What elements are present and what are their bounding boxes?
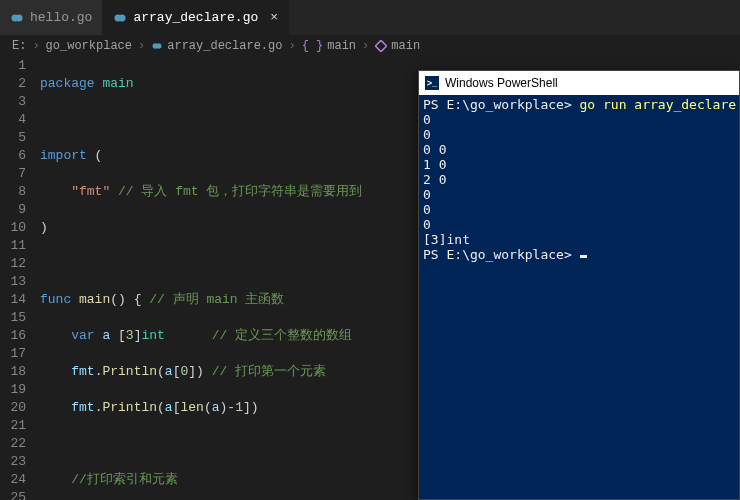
chevron-right-icon: ›	[30, 39, 41, 53]
ps-output: 0 0 0 0 1 0 2 0 0 0 0 [3]int	[423, 112, 470, 247]
braces-icon: { }	[302, 39, 324, 53]
go-file-icon	[113, 11, 127, 25]
breadcrumb-scope[interactable]: main	[327, 39, 356, 53]
tab-hello[interactable]: hello.go	[0, 0, 103, 35]
svg-point-5	[156, 43, 161, 48]
breadcrumb-folder[interactable]: go_workplace	[46, 39, 132, 53]
breadcrumb-drive[interactable]: E:	[12, 39, 26, 53]
go-file-icon	[151, 40, 163, 52]
function-icon	[375, 40, 387, 52]
breadcrumb: E: › go_workplace › array_declare.go › {…	[0, 35, 740, 57]
powershell-titlebar[interactable]: >_ Windows PowerShell	[419, 71, 739, 95]
chevron-right-icon: ›	[286, 39, 297, 53]
line-gutter: 1 2 3 4 5 6 7 8 9 10 11 12 13 14 15 16 1…	[0, 57, 40, 500]
breadcrumb-symbol[interactable]: main	[391, 39, 420, 53]
go-file-icon	[10, 11, 24, 25]
powershell-title: Windows PowerShell	[445, 76, 558, 90]
powershell-window[interactable]: >_ Windows PowerShell PS E:\go_workplace…	[418, 70, 740, 500]
chevron-right-icon: ›	[360, 39, 371, 53]
svg-rect-6	[376, 40, 387, 51]
svg-point-3	[119, 14, 126, 21]
tab-label: array_declare.go	[133, 10, 258, 25]
svg-point-1	[16, 14, 23, 21]
ps-command: go run array_declare.go	[572, 97, 739, 112]
close-icon[interactable]: ×	[270, 10, 278, 25]
chevron-right-icon: ›	[136, 39, 147, 53]
powershell-icon: >_	[425, 76, 439, 90]
breadcrumb-file[interactable]: array_declare.go	[167, 39, 282, 53]
powershell-body[interactable]: PS E:\go_workplace> go run array_declare…	[419, 95, 739, 499]
ps-prompt: PS E:\go_workplace>	[423, 247, 580, 262]
tab-array-declare[interactable]: array_declare.go ×	[103, 0, 289, 35]
tab-label: hello.go	[30, 10, 92, 25]
cursor-icon	[580, 255, 587, 258]
ps-prompt: PS E:\go_workplace>	[423, 97, 572, 112]
tab-bar: hello.go array_declare.go ×	[0, 0, 740, 35]
